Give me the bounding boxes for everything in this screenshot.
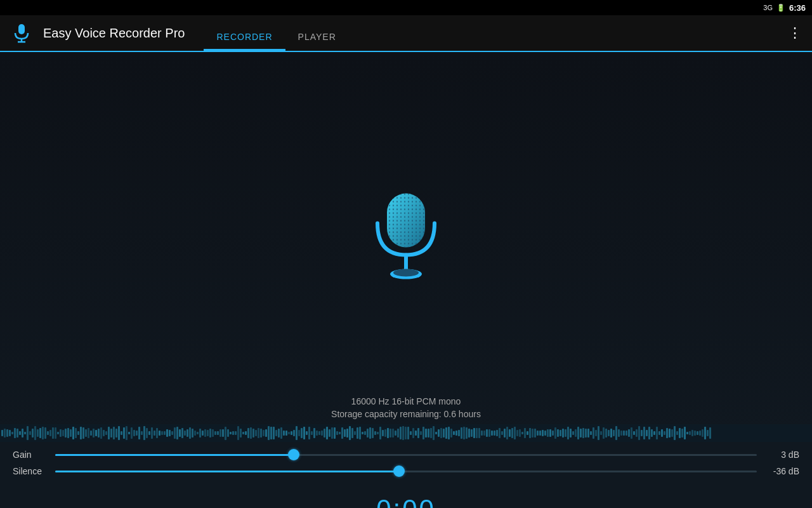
app-bar: Easy Voice Recorder Pro RECORDER PLAYER … [0,15,812,52]
gain-slider-row: Gain 3 dB [13,450,799,460]
svg-rect-0 [18,24,25,34]
signal-icon: 3G [763,4,773,11]
status-bar: 3G 🔋 6:36 [0,0,812,15]
svg-rect-5 [387,194,425,248]
timer-display: 0:00 [376,494,436,508]
gain-value: 3 dB [764,450,799,460]
microphone-icon[interactable] [365,189,447,286]
silence-value: -36 dB [764,466,799,476]
gain-slider[interactable] [55,454,757,456]
storage-info: Storage capacity remaining: 0.6 hours [331,409,481,419]
waveform [0,424,812,442]
clock: 6:36 [789,3,806,13]
audio-info: 16000 Hz 16-bit PCM mono Storage capacit… [331,396,481,419]
silence-slider[interactable] [55,471,757,472]
tab-player[interactable]: PLAYER [285,15,349,51]
silence-slider-thumb[interactable] [393,465,405,477]
silence-slider-fill [55,471,399,472]
audio-format: 16000 Hz 16-bit PCM mono [331,396,481,406]
app-title: Easy Voice Recorder Pro [43,26,185,41]
main-content: 16000 Hz 16-bit PCM mono Storage capacit… [0,52,812,442]
gain-slider-thumb[interactable] [288,449,299,460]
svg-point-8 [393,269,419,277]
overflow-menu-icon[interactable]: ⋮ [788,25,802,41]
silence-label: Silence [13,466,48,476]
battery-icon: 🔋 [776,4,785,12]
silence-slider-row: Silence -36 dB [13,466,799,476]
tab-bar: RECORDER PLAYER [204,15,348,51]
gain-slider-fill [55,454,294,456]
tab-recorder[interactable]: RECORDER [204,15,285,51]
app-icon [9,20,34,46]
gain-label: Gain [13,450,48,460]
timer-section: 0:00 [0,488,812,508]
waveform-bars [0,424,812,442]
controls-section: Gain 3 dB Silence -36 dB [0,442,812,488]
